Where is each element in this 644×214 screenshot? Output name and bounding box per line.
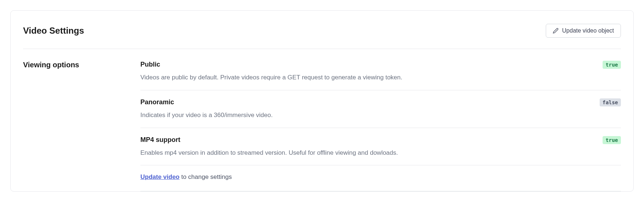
setting-name: Panoramic (140, 98, 174, 106)
status-badge-public: true (603, 61, 621, 69)
setting-mp4: MP4 support true Enables mp4 version in … (140, 136, 621, 166)
footer-link-row: Update video to change settings (140, 173, 621, 191)
update-video-link[interactable]: Update video (140, 173, 180, 180)
setting-description: Indicates if your video is a 360/immersi… (140, 111, 621, 120)
card-header: Video Settings Update video object (23, 24, 621, 49)
footer-after-text: to change settings (180, 173, 232, 180)
setting-name: MP4 support (140, 136, 180, 144)
section-content: Public true Videos are public by default… (140, 61, 621, 191)
setting-header: Panoramic false (140, 98, 621, 106)
status-badge-mp4: true (603, 136, 621, 144)
setting-name: Public (140, 61, 160, 68)
setting-panoramic: Panoramic false Indicates if your video … (140, 98, 621, 128)
section-label: Viewing options (23, 61, 140, 191)
pencil-icon (553, 28, 559, 34)
setting-description: Videos are public by default. Private vi… (140, 73, 621, 82)
viewing-options-section: Viewing options Public true Videos are p… (23, 49, 621, 191)
status-badge-panoramic: false (600, 98, 621, 106)
setting-public: Public true Videos are public by default… (140, 61, 621, 90)
card-title: Video Settings (23, 26, 84, 36)
update-video-object-button[interactable]: Update video object (546, 24, 621, 38)
setting-description: Enables mp4 version in addition to strea… (140, 149, 621, 157)
update-button-label: Update video object (562, 27, 614, 34)
setting-header: Public true (140, 61, 621, 69)
setting-header: MP4 support true (140, 136, 621, 144)
video-settings-card: Video Settings Update video object Viewi… (10, 10, 634, 192)
